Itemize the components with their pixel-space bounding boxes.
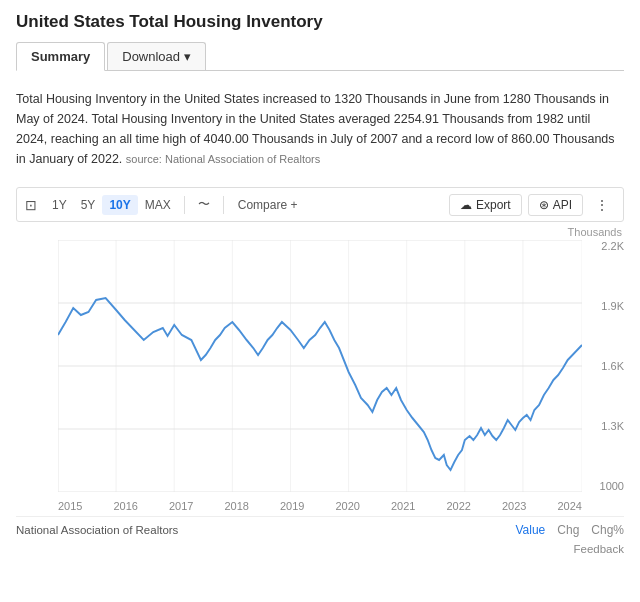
feedback-section: Feedback bbox=[16, 541, 624, 559]
chart-line bbox=[58, 298, 582, 470]
y-label-1: 1.9K bbox=[601, 300, 624, 312]
y-label-0: 2.2K bbox=[601, 240, 624, 252]
api-button[interactable]: ⊛ API bbox=[528, 194, 583, 216]
tab-download[interactable]: Download ▾ bbox=[107, 42, 206, 70]
y-label-3: 1.3K bbox=[601, 420, 624, 432]
database-icon: ⊛ bbox=[539, 198, 549, 212]
api-label: API bbox=[553, 198, 572, 212]
summary-section: Total Housing Inventory in the United St… bbox=[16, 81, 624, 177]
chgpct-label[interactable]: Chg% bbox=[591, 523, 624, 537]
x-label-6: 2021 bbox=[391, 500, 415, 512]
tab-download-label: Download bbox=[122, 49, 180, 64]
value-link[interactable]: Value bbox=[515, 523, 545, 537]
more-options-button[interactable]: ⋮ bbox=[589, 194, 615, 216]
divider2 bbox=[223, 196, 224, 214]
y-label-2: 1.6K bbox=[601, 360, 624, 372]
tab-summary[interactable]: Summary bbox=[16, 42, 105, 71]
x-label-0: 2015 bbox=[58, 500, 82, 512]
chg-label[interactable]: Chg bbox=[557, 523, 579, 537]
time-btn-5y[interactable]: 5Y bbox=[74, 195, 103, 215]
divider bbox=[184, 196, 185, 214]
chart-footer: National Association of Realtors Value C… bbox=[16, 516, 624, 541]
chart-unit-label: Thousands bbox=[568, 226, 622, 238]
y-label-4: 1000 bbox=[600, 480, 624, 492]
x-label-9: 2024 bbox=[558, 500, 582, 512]
x-label-3: 2018 bbox=[225, 500, 249, 512]
chart-area: Thousands 2.2K 1.9K 1.6K 1.3K 1000 bbox=[16, 226, 624, 516]
right-controls: ☁ Export ⊛ API ⋮ bbox=[449, 194, 615, 216]
time-btn-10y[interactable]: 10Y bbox=[102, 195, 137, 215]
summary-source: source: National Association of Realtors bbox=[126, 153, 320, 165]
x-label-2: 2017 bbox=[169, 500, 193, 512]
export-button[interactable]: ☁ Export bbox=[449, 194, 522, 216]
line-chart-icon[interactable]: 〜 bbox=[191, 193, 217, 216]
time-btn-1y[interactable]: 1Y bbox=[45, 195, 74, 215]
x-axis: 2015 2016 2017 2018 2019 2020 2021 2022 … bbox=[58, 500, 582, 512]
cloud-upload-icon: ☁ bbox=[460, 198, 472, 212]
footer-right: Value Chg Chg% bbox=[515, 523, 624, 537]
y-axis: 2.2K 1.9K 1.6K 1.3K 1000 bbox=[588, 240, 624, 492]
tabs-bar: Summary Download ▾ bbox=[16, 42, 624, 71]
x-label-7: 2022 bbox=[447, 500, 471, 512]
export-label: Export bbox=[476, 198, 511, 212]
x-label-5: 2020 bbox=[336, 500, 360, 512]
chart-controls-bar: ⊡ 1Y 5Y 10Y MAX 〜 Compare + ☁ Export ⊛ A… bbox=[16, 187, 624, 222]
calendar-icon: ⊡ bbox=[25, 197, 37, 213]
x-label-4: 2019 bbox=[280, 500, 304, 512]
chevron-down-icon: ▾ bbox=[184, 49, 191, 64]
feedback-label[interactable]: Feedback bbox=[573, 543, 624, 555]
time-btn-max[interactable]: MAX bbox=[138, 195, 178, 215]
line-chart-svg bbox=[58, 240, 582, 492]
x-label-8: 2023 bbox=[502, 500, 526, 512]
chart-source-label: National Association of Realtors bbox=[16, 524, 178, 536]
x-label-1: 2016 bbox=[114, 500, 138, 512]
page-title: United States Total Housing Inventory bbox=[16, 12, 624, 32]
compare-button[interactable]: Compare + bbox=[230, 195, 306, 215]
